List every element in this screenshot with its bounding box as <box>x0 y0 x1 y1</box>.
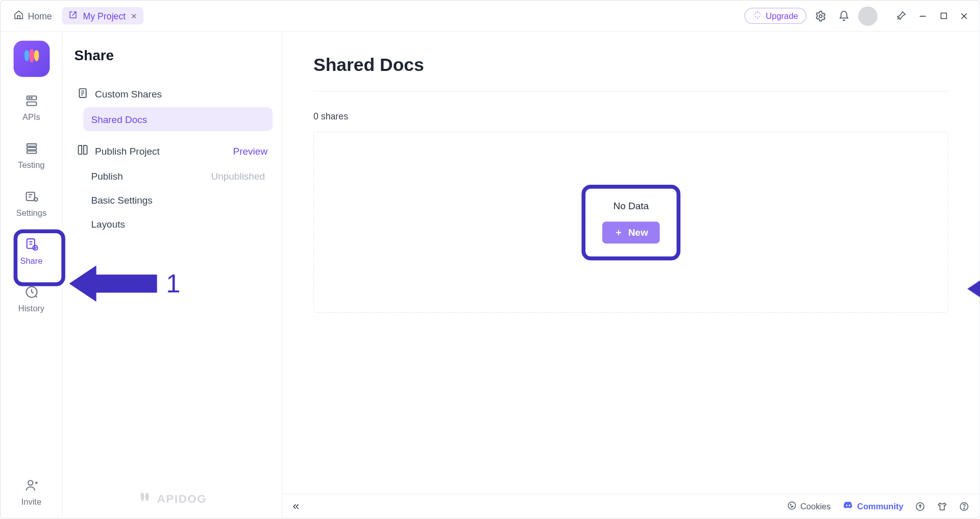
section-title: Share <box>72 47 273 64</box>
document-icon <box>77 87 89 101</box>
window-maximize-icon[interactable] <box>936 8 951 23</box>
invite-icon <box>24 478 38 495</box>
svg-point-19 <box>791 506 792 507</box>
sidebar-item-label: Layouts <box>91 218 126 230</box>
cookies-link[interactable]: Cookies <box>787 501 830 512</box>
sidebar-item-label: Basic Settings <box>91 194 153 206</box>
rail-label: Share <box>20 256 42 265</box>
svg-point-0 <box>819 14 822 17</box>
svg-rect-8 <box>27 151 36 154</box>
cookies-label: Cookies <box>800 501 830 511</box>
svg-rect-6 <box>27 144 36 146</box>
window-minimize-icon[interactable] <box>915 8 930 23</box>
svg-point-4 <box>29 97 30 98</box>
tab-close-icon[interactable]: ✕ <box>131 11 137 20</box>
new-button[interactable]: ＋ New <box>602 221 659 243</box>
svg-rect-3 <box>27 102 36 106</box>
collapse-icon[interactable]: « <box>292 500 299 513</box>
page-title: Shared Docs <box>313 55 948 76</box>
community-label: Community <box>857 501 903 511</box>
plus-icon: ＋ <box>614 227 623 238</box>
testing-icon <box>24 141 38 158</box>
sidebar-item-basic-settings[interactable]: Basic Settings <box>83 188 273 212</box>
project-icon <box>69 10 78 21</box>
svg-rect-7 <box>27 147 36 150</box>
share-count-text: 0 shares <box>313 111 948 121</box>
sidebar-item-label: Publish <box>91 170 123 182</box>
window-close-icon[interactable] <box>957 8 972 23</box>
sidebar-item-label: Publish Project <box>95 145 160 157</box>
home-button[interactable]: Home <box>8 7 57 24</box>
tab-label: My Project <box>83 11 126 21</box>
rail-label: History <box>18 304 44 313</box>
preview-link[interactable]: Preview <box>233 145 268 157</box>
svg-point-22 <box>964 508 964 508</box>
no-data-block: No Data ＋ New <box>588 190 674 255</box>
rail-label: Testing <box>18 160 44 170</box>
settings-gear-icon[interactable] <box>812 7 829 24</box>
top-bar: Home My Project ✕ Upgrade <box>1 1 979 32</box>
rail-label: Invite <box>21 497 41 507</box>
sidebar-item-publish[interactable]: Publish Unpublished <box>83 164 273 188</box>
svg-point-16 <box>788 502 795 509</box>
svg-rect-9 <box>26 192 34 201</box>
rail-label: APIs <box>22 112 40 122</box>
rail-item-settings[interactable]: Settings <box>8 189 55 218</box>
book-icon <box>77 144 89 158</box>
upgrade-button[interactable]: Upgrade <box>745 8 806 24</box>
svg-point-5 <box>31 97 32 98</box>
brand-logo-icon <box>20 46 42 71</box>
sidebar-item-shared-docs[interactable]: Shared Docs <box>83 107 273 131</box>
cookie-icon <box>787 501 796 512</box>
sparkle-icon <box>753 10 762 21</box>
brand-footer-icon <box>138 490 152 508</box>
home-label: Home <box>28 11 52 21</box>
new-button-label: New <box>628 227 648 238</box>
rail-item-apis[interactable]: APIs <box>8 94 55 122</box>
apis-icon <box>24 94 38 110</box>
bottom-bar: « Cookies Community <box>282 493 979 518</box>
home-icon <box>14 10 24 22</box>
sidebar-item-label: Custom Shares <box>95 88 162 100</box>
tab-my-project[interactable]: My Project ✕ <box>62 7 144 24</box>
history-icon <box>24 285 38 301</box>
sidebar-item-publish-project[interactable]: Publish Project Preview <box>72 138 273 164</box>
left-rail: APIs Testing Settings Share <box>1 32 63 518</box>
sidebar-item-custom-shares[interactable]: Custom Shares <box>72 81 273 107</box>
discord-icon <box>842 500 853 512</box>
bell-icon[interactable] <box>835 7 853 24</box>
rail-item-share[interactable]: Share <box>8 237 55 266</box>
rail-item-testing[interactable]: Testing <box>8 141 55 170</box>
shirt-icon[interactable] <box>937 501 947 511</box>
no-data-label: No Data <box>613 200 649 211</box>
pin-icon[interactable] <box>892 7 910 24</box>
upload-icon[interactable] <box>915 501 925 511</box>
svg-point-14 <box>28 480 32 485</box>
publish-status: Unpublished <box>211 170 265 182</box>
share-sidebar: Share Custom Shares Shared Docs Publish … <box>63 32 282 518</box>
help-icon[interactable] <box>959 501 969 511</box>
divider <box>313 91 948 92</box>
empty-state-box: No Data ＋ New <box>313 132 948 312</box>
annotation-arrow-2: 2 <box>967 270 980 307</box>
rail-label: Settings <box>16 208 46 218</box>
brand-footer: APIDOG <box>72 483 273 512</box>
community-link[interactable]: Community <box>842 500 903 512</box>
rail-item-history[interactable]: History <box>8 285 55 313</box>
svg-rect-1 <box>941 13 946 19</box>
upgrade-label: Upgrade <box>766 11 798 21</box>
brand-tile[interactable] <box>13 41 50 77</box>
svg-point-18 <box>792 506 793 507</box>
avatar[interactable] <box>858 6 877 26</box>
settings-icon <box>24 189 38 206</box>
sidebar-item-label: Shared Docs <box>91 114 148 125</box>
rail-item-invite[interactable]: Invite <box>8 478 55 507</box>
brand-footer-text: APIDOG <box>157 492 207 506</box>
sidebar-item-layouts[interactable]: Layouts <box>83 212 273 236</box>
main-panel: Shared Docs 0 shares No Data ＋ New <box>282 32 979 518</box>
share-icon <box>24 237 38 254</box>
svg-point-17 <box>790 504 791 505</box>
